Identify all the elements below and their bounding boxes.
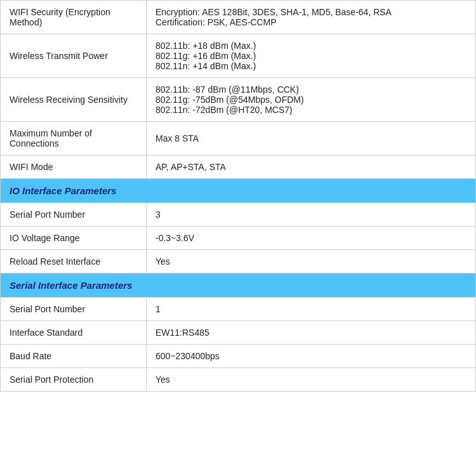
specs-table: WIFI Security (Encryption Method)Encrypt… [0, 0, 476, 392]
table-row: Maximum Number of ConnectionsMax 8 STA [1, 122, 476, 155]
section-header-label: Serial Interface Parameters [1, 274, 476, 298]
table-row: Wireless Transmit Power802.11b: +18 dBm … [1, 34, 476, 78]
row-value: Encryption: AES 128Bit, 3DES, SHA-1, MD5… [147, 1, 476, 34]
row-value: Yes [147, 368, 476, 392]
row-label: Reload Reset Interface [1, 250, 147, 274]
row-value: EW11:RS485 [147, 321, 476, 345]
section-header-row: IO Interface Parameters [1, 179, 476, 203]
row-label: Wireless Transmit Power [1, 34, 147, 78]
row-value: -0.3~3.6V [147, 227, 476, 250]
row-value: 802.11b: -87 dBm (@11Mbps, CCK)802.11g: … [147, 78, 476, 122]
row-label: WIFI Security (Encryption Method) [1, 1, 147, 34]
row-label: IO Voltage Range [1, 227, 147, 250]
section-header-label: IO Interface Parameters [1, 179, 476, 203]
row-label: Maximum Number of Connections [1, 122, 147, 155]
table-row: Serial Port Number1 [1, 298, 476, 321]
table-row: Wireless Receiving Sensitivity802.11b: -… [1, 78, 476, 122]
section-header-row: Serial Interface Parameters [1, 274, 476, 298]
table-row: Serial Port ProtectionYes [1, 368, 476, 392]
row-value: 1 [147, 298, 476, 321]
table-row: Interface StandardEW11:RS485 [1, 321, 476, 345]
row-label: Serial Port Number [1, 203, 147, 227]
row-label: Interface Standard [1, 321, 147, 345]
row-label: WIFI Mode [1, 155, 147, 179]
row-value: Max 8 STA [147, 122, 476, 155]
row-value: 802.11b: +18 dBm (Max.)802.11g: +16 dBm … [147, 34, 476, 78]
row-label: Baud Rate [1, 345, 147, 368]
row-value: AP, AP+STA, STA [147, 155, 476, 179]
table-row: Serial Port Number3 [1, 203, 476, 227]
row-label: Serial Port Protection [1, 368, 147, 392]
row-value: Yes [147, 250, 476, 274]
table-row: Baud Rate600~230400bps [1, 345, 476, 368]
row-label: Serial Port Number [1, 298, 147, 321]
table-row: IO Voltage Range-0.3~3.6V [1, 227, 476, 250]
row-value: 600~230400bps [147, 345, 476, 368]
row-value: 3 [147, 203, 476, 227]
row-label: Wireless Receiving Sensitivity [1, 78, 147, 122]
table-row: WIFI Security (Encryption Method)Encrypt… [1, 1, 476, 34]
table-row: WIFI ModeAP, AP+STA, STA [1, 155, 476, 179]
table-row: Reload Reset InterfaceYes [1, 250, 476, 274]
